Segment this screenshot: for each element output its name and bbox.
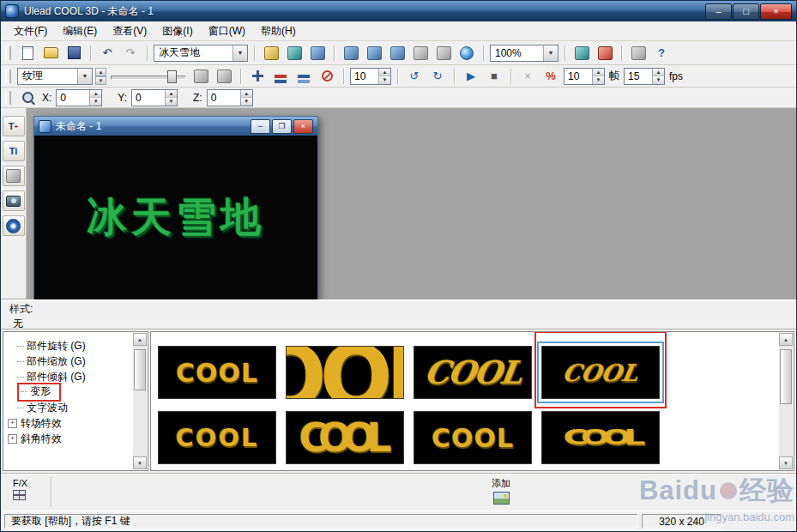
loop-forward-button[interactable]: ↻: [427, 67, 448, 86]
fx-grid-icon[interactable]: [13, 490, 26, 500]
scroll-thumb[interactable]: [780, 349, 792, 404]
thumbnail-5[interactable]: COOL: [158, 411, 276, 464]
tree-item-part-rotate[interactable]: 部件旋转 (G): [7, 338, 132, 354]
tree-item-deform[interactable]: 变形: [7, 384, 132, 400]
globe-button[interactable]: [456, 44, 477, 63]
document-restore-button[interactable]: ❐: [272, 119, 292, 134]
add-group[interactable]: 添加: [492, 477, 510, 505]
tree-expand-icon[interactable]: +: [8, 434, 17, 444]
spin-down-icon[interactable]: ▼: [593, 76, 604, 84]
save-button[interactable]: [63, 44, 84, 63]
spin-up-icon[interactable]: ▲: [653, 69, 664, 77]
cancel-render-button[interactable]: ×: [517, 67, 538, 86]
spin-down-icon[interactable]: ▼: [95, 76, 106, 85]
spin-down-icon[interactable]: ▼: [379, 76, 390, 84]
document-close-button[interactable]: ×: [293, 119, 313, 134]
thumbnail-2[interactable]: COOL: [286, 346, 404, 399]
transform-mode-button[interactable]: [17, 88, 38, 107]
rotate-tool-button[interactable]: [284, 44, 305, 63]
insert-graphics-button[interactable]: [3, 166, 25, 186]
spin-down-icon[interactable]: ▼: [653, 76, 664, 84]
toolbar-grip[interactable]: [5, 70, 11, 83]
thumbnail-6[interactable]: COOL: [286, 411, 404, 464]
insert-image-button[interactable]: [3, 190, 25, 211]
thumbnail-4-selected[interactable]: COOL: [541, 346, 660, 399]
tree-item-text-wave[interactable]: 文字波动: [7, 400, 132, 415]
tree-item-part-scale[interactable]: 部件缩放 (G): [7, 354, 132, 369]
spin-down-icon[interactable]: ▼: [90, 98, 101, 106]
tree-scrollbar[interactable]: ▲ ▼: [133, 333, 147, 469]
view-mode-button-5[interactable]: [433, 44, 454, 63]
insert-text-button[interactable]: T+: [3, 116, 25, 136]
export-gif-button[interactable]: [571, 44, 592, 63]
export-video-button[interactable]: [595, 44, 615, 63]
loop-backward-button[interactable]: ↺: [404, 67, 425, 86]
spin-down-icon[interactable]: ▼: [166, 98, 177, 106]
document-titlebar[interactable]: 未命名 - 1 – ❐ ×: [34, 117, 317, 136]
menu-edit[interactable]: 编辑(E): [55, 21, 105, 41]
record-button[interactable]: [3, 215, 25, 236]
chevron-down-icon[interactable]: ▼: [232, 45, 247, 61]
menu-view[interactable]: 查看(V): [105, 21, 154, 41]
move-tool-button[interactable]: [307, 44, 328, 63]
stop-button[interactable]: ■: [484, 67, 504, 86]
close-button[interactable]: ×: [760, 3, 792, 20]
toolbar-grip[interactable]: [5, 46, 11, 60]
spin-up-icon[interactable]: ▲: [166, 90, 177, 99]
tree-expand-icon[interactable]: +: [8, 419, 17, 428]
spin-down-icon[interactable]: ▼: [241, 98, 252, 106]
spin-up-icon[interactable]: ▲: [241, 90, 252, 99]
thumbnail-1[interactable]: COOL: [158, 346, 276, 399]
open-file-button[interactable]: [40, 44, 61, 63]
percent-button[interactable]: %: [540, 67, 561, 86]
pan-tool-button[interactable]: [261, 44, 281, 63]
fps-spinner[interactable]: 15 ▲ ▼: [624, 68, 665, 85]
spin-up-icon[interactable]: ▲: [90, 90, 101, 99]
keyframe-list-button[interactable]: [293, 67, 314, 86]
minimize-button[interactable]: –: [705, 3, 732, 20]
context-help-button[interactable]: ?: [651, 44, 672, 63]
remove-keyframe-button[interactable]: [270, 67, 291, 86]
disable-effect-button[interactable]: [317, 67, 337, 86]
edit-text-button[interactable]: Ti: [3, 141, 25, 161]
zoom-combo[interactable]: 100% ▼: [490, 45, 559, 62]
add-preset-icon[interactable]: [493, 492, 510, 505]
view-mode-button-4[interactable]: [410, 44, 431, 63]
mini-spinner[interactable]: ▲ ▼: [95, 68, 106, 85]
chevron-down-icon[interactable]: ▼: [543, 45, 558, 61]
thumbnail-3[interactable]: COOL: [414, 346, 532, 399]
slider-thumb[interactable]: [167, 70, 177, 83]
prev-keyframe-button[interactable]: [190, 67, 211, 86]
next-keyframe-button[interactable]: [214, 67, 234, 86]
3d-canvas[interactable]: 冰天雪地: [34, 136, 317, 299]
division-spinner[interactable]: 10 ▲ ▼: [350, 68, 391, 85]
view-mode-button-2[interactable]: [364, 44, 384, 63]
scroll-thumb[interactable]: [134, 349, 146, 390]
add-keyframe-button[interactable]: [247, 67, 268, 86]
document-minimize-button[interactable]: –: [251, 119, 270, 134]
y-spinner[interactable]: 0 ▲ ▼: [131, 89, 178, 106]
z-spinner[interactable]: 0 ▲ ▼: [207, 89, 253, 106]
thumbnail-8[interactable]: COOL: [541, 411, 660, 464]
menu-image[interactable]: 图像(I): [154, 21, 200, 41]
x-spinner[interactable]: 0 ▲ ▼: [56, 89, 102, 106]
tree-item-bevel-effects[interactable]: + 斜角特效: [7, 431, 132, 446]
spin-up-icon[interactable]: ▲: [593, 69, 604, 77]
gallery-scrollbar[interactable]: ▲ ▼: [779, 333, 793, 469]
view-mode-button-1[interactable]: [341, 44, 361, 63]
spell-check-button[interactable]: [628, 44, 649, 63]
texture-combo[interactable]: 纹理 ▼: [17, 68, 93, 85]
scroll-up-icon[interactable]: ▲: [133, 333, 147, 346]
menu-window[interactable]: 窗口(W): [201, 21, 253, 41]
tree-item-transition-effects[interactable]: + 转场特效: [7, 415, 132, 431]
redo-button[interactable]: ↷: [120, 44, 141, 63]
play-button[interactable]: ▶: [461, 67, 481, 86]
menu-file[interactable]: 文件(F): [6, 21, 55, 41]
view-mode-button-3[interactable]: [387, 44, 408, 63]
toolbar-grip[interactable]: [5, 91, 11, 105]
canvas-text[interactable]: 冰天雪地: [87, 190, 265, 245]
scroll-down-icon[interactable]: ▼: [133, 456, 147, 469]
spin-up-icon[interactable]: ▲: [95, 68, 106, 76]
maximize-button[interactable]: □: [733, 3, 759, 20]
chevron-down-icon[interactable]: ▼: [77, 69, 92, 84]
